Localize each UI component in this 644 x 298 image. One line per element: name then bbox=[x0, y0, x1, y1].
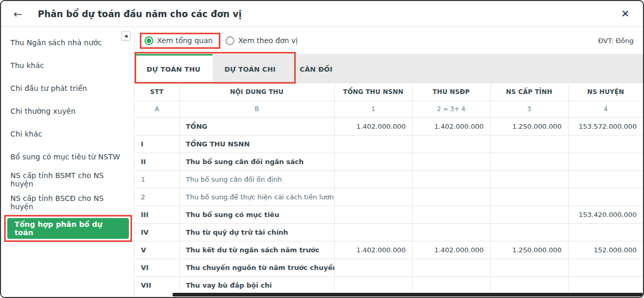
cell-stt: I bbox=[135, 135, 179, 153]
cell-stt: II bbox=[135, 153, 179, 170]
cell-value: 1.402.000.000 bbox=[412, 241, 490, 259]
sidebar-item-7[interactable]: NS cấp tỉnh BSCĐ cho NS huyện bbox=[1, 191, 134, 214]
cell-value bbox=[412, 223, 490, 241]
cell-content: Thu kết dư từ ngân sách năm trước bbox=[179, 241, 334, 259]
cell-value bbox=[334, 135, 412, 153]
cell-content: Thu vay bù đắp bội chi bbox=[179, 276, 334, 294]
tab-0[interactable]: DỰ TOÁN THU bbox=[135, 54, 213, 83]
cell-stt: 2 bbox=[135, 188, 179, 206]
sidebar-item-2[interactable]: Chi đầu tư phát triển bbox=[1, 77, 134, 100]
column-code: 3 bbox=[490, 101, 568, 117]
radio-unselected-icon bbox=[226, 36, 234, 45]
view-toolbar: Xem tổng quan Xem theo đơn vị ĐVT: Đồng bbox=[135, 27, 643, 54]
column-code: 1 bbox=[334, 101, 412, 117]
column-code: 4 bbox=[568, 101, 643, 117]
table-row: TỔNG1.402.000.0001.402.000.0001.250.000.… bbox=[135, 117, 643, 135]
sidebar-item-6[interactable]: NS cấp tỉnh BSMT cho NS huyện bbox=[1, 168, 134, 191]
column-header: THU NSĐP bbox=[412, 83, 490, 101]
table-row: ITỔNG THU NSNN bbox=[135, 135, 643, 153]
cell-value bbox=[334, 259, 412, 276]
cell-value: 1.250.000.000 bbox=[490, 241, 568, 259]
column-header: NS HUYỆN bbox=[568, 83, 643, 101]
radio-selected-icon bbox=[144, 36, 153, 45]
horizontal-scrollbar bbox=[135, 292, 643, 297]
cell-value: 153.420.000.000 bbox=[568, 206, 643, 223]
sidebar-item-3[interactable]: Chi thường xuyên bbox=[1, 100, 134, 123]
radio-overview-label: Xem tổng quan bbox=[157, 36, 213, 45]
column-code: A bbox=[135, 101, 179, 117]
cell-value bbox=[568, 276, 643, 294]
column-header: TỔNG THU NSNN bbox=[334, 83, 412, 101]
column-header: NỘI DUNG THU bbox=[179, 83, 334, 101]
cell-value bbox=[334, 153, 412, 170]
cell-value bbox=[490, 153, 568, 170]
radio-view-overview[interactable]: Xem tổng quan bbox=[144, 36, 213, 45]
annotation-box-overview-radio: Xem tổng quan bbox=[140, 33, 220, 49]
horizontal-scrollbar-thumb[interactable] bbox=[173, 293, 643, 296]
table-row: IIThu bổ sung cân đối ngân sách bbox=[135, 153, 643, 170]
annotation-box-active-sidebar-item: Tổng hợp phân bổ dự toán bbox=[4, 215, 132, 242]
table-row: VIThu chuyển nguồn từ năm trước chuyển s… bbox=[135, 259, 643, 276]
cell-content: TỔNG bbox=[179, 117, 334, 135]
tab-1[interactable]: DỰ TOÁN CHI bbox=[213, 54, 288, 83]
cell-value bbox=[568, 223, 643, 241]
cell-stt: III bbox=[135, 206, 179, 223]
cell-value bbox=[334, 188, 412, 206]
sidebar-item-5[interactable]: Bổ sung có mục tiêu từ NSTW bbox=[1, 145, 134, 168]
column-code: 2 = 3+ 4 bbox=[412, 101, 490, 117]
column-header: STT bbox=[135, 83, 179, 101]
cell-value: 1.402.000.000 bbox=[334, 117, 412, 135]
cell-stt: V bbox=[135, 241, 179, 259]
cell-content: Thu chuyển nguồn từ năm trước chuyển san… bbox=[179, 259, 334, 276]
cell-value: 152.000.000 bbox=[568, 241, 643, 259]
column-code: B bbox=[179, 101, 334, 117]
sidebar-item-0[interactable]: Thu Ngân sách nhà nước bbox=[1, 31, 134, 54]
cell-value bbox=[490, 276, 568, 294]
dialog-header: ← Phân bổ dự toán đầu năm cho các đơn vị… bbox=[1, 1, 643, 27]
cell-value bbox=[568, 135, 643, 153]
table-header-row: STTNỘI DUNG THUTỔNG THU NSNNTHU NSĐPNS C… bbox=[135, 83, 643, 101]
sidebar-item-1[interactable]: Thu khác bbox=[1, 54, 134, 77]
table-row: IIIThu bổ sung có mục tiêu153.420.000.00… bbox=[135, 206, 643, 223]
cell-stt: IV bbox=[135, 223, 179, 241]
tab-2[interactable]: CÂN ĐỐI bbox=[287, 54, 344, 83]
collapse-arrow-icon: ◀ bbox=[124, 34, 127, 38]
cell-value bbox=[334, 170, 412, 188]
budget-table-area: STTNỘI DUNG THUTỔNG THU NSNNTHU NSĐPNS C… bbox=[135, 83, 643, 297]
sidebar: ◀ Thu Ngân sách nhà nướcThu khácChi đầu … bbox=[1, 27, 135, 297]
cell-stt bbox=[135, 117, 179, 135]
cell-value bbox=[490, 170, 568, 188]
cell-value bbox=[412, 135, 490, 153]
cell-value bbox=[412, 170, 490, 188]
cell-stt: VII bbox=[135, 276, 179, 294]
cell-value bbox=[490, 259, 568, 276]
sidebar-item-8[interactable]: Tổng hợp phân bổ dự toán bbox=[7, 218, 129, 239]
cell-stt: 1 bbox=[135, 170, 179, 188]
cell-value bbox=[568, 259, 643, 276]
cell-content: Thu từ quỹ dự trữ tài chính bbox=[179, 223, 334, 241]
table-row: 2Thu bổ sung để thực hiện cải cách tiền … bbox=[135, 188, 643, 206]
cell-value: 1.402.000.000 bbox=[412, 117, 490, 135]
cell-content: TỔNG THU NSNN bbox=[179, 135, 334, 153]
cell-value: 1.250.000.000 bbox=[490, 117, 568, 135]
radio-by-unit-label: Xem theo đơn vị bbox=[238, 36, 298, 45]
cell-value bbox=[568, 188, 643, 206]
cell-value bbox=[568, 170, 643, 188]
sidebar-item-4[interactable]: Chi khác bbox=[1, 123, 134, 145]
currency-unit-label: ĐVT: Đồng bbox=[598, 37, 634, 45]
cell-value bbox=[490, 188, 568, 206]
cell-content: Thu bổ sung cân đối ngân sách bbox=[179, 153, 334, 170]
dialog-window: ← Phân bổ dự toán đầu năm cho các đơn vị… bbox=[0, 0, 644, 298]
radio-view-by-unit[interactable]: Xem theo đơn vị bbox=[226, 36, 298, 45]
close-icon[interactable]: ✕ bbox=[621, 9, 629, 19]
sidebar-collapse-button[interactable]: ◀ bbox=[121, 31, 130, 40]
cell-value bbox=[412, 188, 490, 206]
cell-value bbox=[334, 223, 412, 241]
table-row: IVThu từ quỹ dự trữ tài chính bbox=[135, 223, 643, 241]
main-panel: Xem tổng quan Xem theo đơn vị ĐVT: Đồng … bbox=[135, 27, 643, 297]
back-icon[interactable]: ← bbox=[14, 9, 22, 19]
page-title: Phân bổ dự toán đầu năm cho các đơn vị bbox=[38, 9, 242, 19]
cell-content: Thu bổ sung cân đối ổn định bbox=[179, 170, 334, 188]
cell-content: Thu bổ sung để thực hiện cải cách tiền l… bbox=[179, 188, 334, 206]
cell-value: 1.402.000.000 bbox=[334, 241, 412, 259]
